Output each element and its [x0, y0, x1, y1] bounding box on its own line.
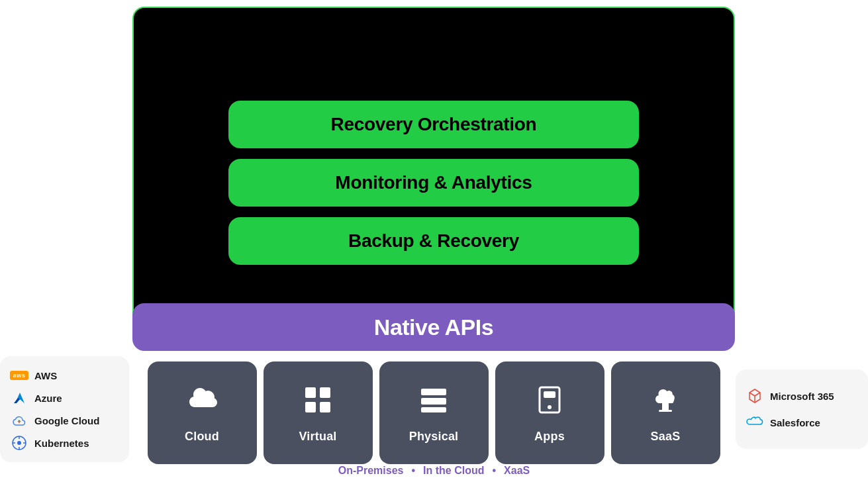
black-box: Recovery Orchestration Monitoring & Anal…	[132, 7, 735, 331]
svg-point-17	[548, 405, 552, 409]
right-sidebar: Microsoft 365 Salesforce	[736, 369, 868, 449]
apps-card-label: Apps	[534, 430, 565, 444]
kubernetes-label: Kubernetes	[34, 438, 89, 449]
cloud-card-label: Cloud	[185, 430, 219, 444]
microsoft-365-logo-item: Microsoft 365	[746, 387, 857, 405]
svg-rect-16	[544, 391, 555, 398]
svg-rect-11	[320, 402, 330, 412]
cloud-icon	[184, 382, 220, 423]
saas-icon	[648, 382, 683, 423]
google-cloud-icon	[11, 412, 28, 429]
virtual-card: Virtual	[264, 362, 373, 464]
apps-card: Apps	[495, 362, 604, 464]
svg-marker-1	[14, 398, 20, 403]
footer-in-the-cloud: In the Cloud	[423, 465, 484, 477]
physical-icon	[416, 382, 452, 423]
cloud-card: Cloud	[148, 362, 257, 464]
monitoring-analytics-pill: Monitoring & Analytics	[228, 159, 639, 207]
recovery-orchestration-pill: Recovery Orchestration	[228, 101, 639, 148]
kubernetes-icon	[11, 434, 28, 452]
aws-icon: aws	[11, 367, 28, 384]
azure-logo-item: Azure	[11, 389, 119, 407]
azure-icon	[11, 389, 28, 407]
backup-recovery-label: Backup & Recovery	[348, 230, 519, 252]
salesforce-icon	[746, 414, 763, 431]
google-cloud-label: Google Cloud	[34, 415, 99, 426]
svg-rect-12	[421, 389, 446, 395]
saas-card: SaaS	[611, 362, 720, 464]
left-sidebar: aws AWS Azure Google Cloud	[0, 356, 129, 462]
recovery-orchestration-label: Recovery Orchestration	[331, 114, 537, 135]
monitoring-analytics-label: Monitoring & Analytics	[335, 172, 532, 193]
native-apis-bar: Native APIs	[132, 303, 735, 351]
footer-dot-2: •	[493, 465, 497, 477]
svg-rect-13	[421, 398, 446, 405]
svg-rect-19	[659, 410, 672, 412]
apps-icon	[532, 382, 567, 423]
svg-rect-10	[305, 402, 316, 412]
microsoft-365-label: Microsoft 365	[770, 391, 834, 402]
aws-label: AWS	[34, 370, 57, 381]
icon-cards-row: Cloud Virtual P	[132, 362, 735, 464]
footer-xaas: XaaS	[504, 465, 530, 477]
footer-dot-1: •	[411, 465, 415, 477]
virtual-card-label: Virtual	[299, 430, 336, 444]
virtual-icon	[300, 382, 336, 423]
salesforce-label: Salesforce	[770, 417, 820, 428]
saas-card-label: SaaS	[651, 430, 681, 444]
green-pills-container: Recovery Orchestration Monitoring & Anal…	[134, 101, 734, 265]
microsoft-365-icon	[746, 387, 763, 405]
aws-logo-item: aws AWS	[11, 367, 119, 384]
footer-text: On-Premises • In the Cloud • XaaS	[0, 465, 868, 477]
backup-recovery-pill: Backup & Recovery	[228, 217, 639, 265]
salesforce-logo-item: Salesforce	[746, 414, 857, 431]
main-diagram: Recovery Orchestration Monitoring & Anal…	[0, 7, 868, 482]
svg-rect-14	[421, 407, 446, 412]
kubernetes-logo-item: Kubernetes	[11, 434, 119, 452]
svg-rect-9	[320, 387, 330, 398]
native-apis-label: Native APIs	[374, 314, 493, 340]
azure-label: Azure	[34, 393, 62, 404]
physical-card-label: Physical	[409, 430, 459, 444]
svg-rect-18	[662, 402, 669, 411]
svg-rect-8	[305, 387, 316, 398]
google-cloud-logo-item: Google Cloud	[11, 412, 119, 429]
svg-point-3	[17, 441, 21, 445]
footer-on-premises: On-Premises	[338, 465, 404, 477]
physical-card: Physical	[379, 362, 489, 464]
